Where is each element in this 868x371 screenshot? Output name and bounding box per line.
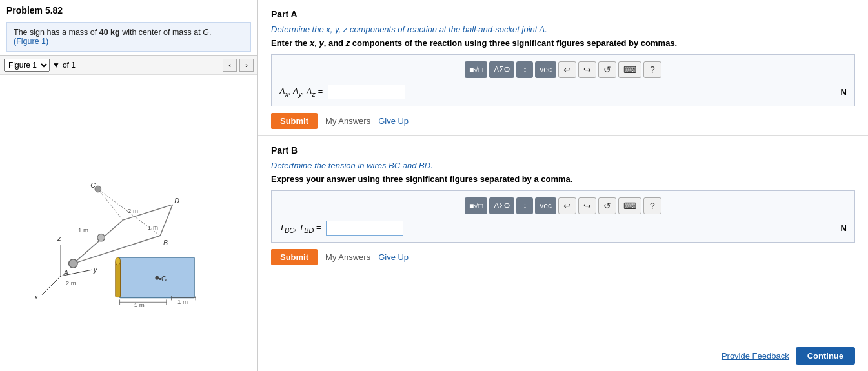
part-b-vec-btn[interactable]: vec — [535, 197, 556, 214]
part-a-question: Determine the x, y, z components of reac… — [271, 25, 855, 34]
part-b-unit: N — [841, 223, 847, 233]
part-b-my-answers: My Answers — [325, 252, 370, 262]
problem-info-box: The sign has a mass of 40 kg with center… — [6, 22, 251, 52]
part-a-sigma-btn[interactable]: ΑΣΦ — [489, 61, 514, 78]
part-a-updown-btn[interactable]: ↕ — [516, 61, 533, 78]
part-a-sqrt-btn[interactable]: ■√□ — [465, 61, 487, 78]
right-panel: Part A Determine the x, y, z components … — [258, 0, 868, 371]
part-a-help-btn[interactable]: ? — [643, 61, 661, 78]
svg-point-35 — [115, 257, 120, 265]
figure-toolbar: Figure 1 ▼ of 1 ‹ › — [0, 56, 257, 75]
svg-line-0 — [42, 276, 61, 294]
svg-text:•G: •G — [159, 274, 167, 282]
part-a-eq-label: Ax, Ay, Az = — [279, 86, 323, 98]
svg-text:B: B — [163, 238, 167, 246]
figure-diagram: x z y D — [19, 139, 239, 307]
part-b-submit-row: Submit My Answers Give Up — [271, 249, 855, 265]
part-b-label: Part B — [271, 145, 855, 155]
part-b-keyboard-btn[interactable]: ⌨ — [618, 197, 641, 214]
svg-text:A: A — [63, 268, 68, 276]
svg-line-9 — [160, 205, 172, 236]
problem-info-text: The sign has a mass of 40 kg with center… — [14, 28, 211, 37]
part-a-answer-box: ■√□ ΑΣΦ ↕ vec ↩ ↪ ↺ ⌨ ? Ax, Ay, Az = N — [271, 54, 855, 106]
part-a-submit-row: Submit My Answers Give Up — [271, 113, 855, 129]
svg-point-33 — [97, 234, 105, 241]
footer: Provide Feedback Continue — [258, 341, 868, 371]
part-a-submit-btn[interactable]: Submit — [271, 113, 318, 129]
svg-text:1 m: 1 m — [147, 223, 157, 230]
part-a-redo-btn[interactable]: ↪ — [578, 61, 596, 78]
part-a-label: Part A — [271, 9, 855, 19]
part-a-input-row: Ax, Ay, Az = N — [279, 85, 847, 99]
part-b-give-up[interactable]: Give Up — [378, 252, 409, 262]
part-b-sigma-btn[interactable]: ΑΣΦ — [489, 197, 514, 214]
part-b-refresh-btn[interactable]: ↺ — [598, 197, 616, 214]
figure-content: x z y D — [0, 75, 257, 371]
svg-text:2 m: 2 m — [65, 279, 76, 286]
part-b-instruction: Express your answer using three signific… — [271, 174, 855, 184]
continue-btn[interactable]: Continue — [796, 347, 855, 365]
figure-link[interactable]: (Figure 1) — [14, 37, 48, 46]
svg-text:C: C — [90, 181, 96, 189]
part-b-submit-btn[interactable]: Submit — [271, 249, 318, 265]
svg-rect-34 — [115, 261, 120, 297]
part-a-input[interactable] — [328, 85, 405, 99]
svg-text:z: z — [57, 234, 61, 241]
part-b-help-btn[interactable]: ? — [643, 197, 661, 214]
part-b-toolbar: ■√□ ΑΣΦ ↕ vec ↩ ↪ ↺ ⌨ ? — [279, 197, 847, 214]
part-b-answer-box: ■√□ ΑΣΦ ↕ vec ↩ ↪ ↺ ⌨ ? TBC, TBD = N — [271, 190, 855, 243]
figure-of-text: of 1 — [63, 61, 76, 70]
part-b-redo-btn[interactable]: ↪ — [578, 197, 596, 214]
part-a-toolbar: ■√□ ΑΣΦ ↕ vec ↩ ↪ ↺ ⌨ ? — [279, 61, 847, 78]
part-a-my-answers: My Answers — [325, 116, 370, 126]
svg-text:1 m: 1 m — [134, 301, 144, 307]
svg-text:D: D — [174, 197, 179, 205]
svg-text:x: x — [34, 293, 38, 301]
part-b-updown-btn[interactable]: ↕ — [516, 197, 533, 214]
figure-next-btn[interactable]: › — [239, 59, 254, 72]
svg-text:y: y — [93, 266, 97, 274]
figure-prev-btn[interactable]: ‹ — [223, 59, 237, 72]
svg-text:1 m: 1 m — [78, 226, 88, 234]
figure-panel: Figure 1 ▼ of 1 ‹ › x z y — [0, 55, 257, 371]
part-b-sqrt-btn[interactable]: ■√□ — [465, 197, 487, 214]
part-a-undo-btn[interactable]: ↩ — [558, 61, 576, 78]
part-a-instruction: Enter the x, y, and z components of the … — [271, 38, 855, 48]
left-panel: Problem 5.82 The sign has a mass of 40 k… — [0, 0, 258, 371]
provide-feedback-link[interactable]: Provide Feedback — [722, 351, 789, 361]
figure-select[interactable]: Figure 1 — [4, 59, 50, 72]
part-b-undo-btn[interactable]: ↩ — [558, 197, 576, 214]
part-b-input-row: TBC, TBD = N — [279, 221, 847, 236]
part-a-give-up[interactable]: Give Up — [378, 116, 409, 126]
part-a-refresh-btn[interactable]: ↺ — [598, 61, 616, 78]
part-b-section: Part B Detertmine the tension in wires B… — [258, 136, 868, 272]
svg-point-15 — [68, 259, 77, 267]
part-a-keyboard-btn[interactable]: ⌨ — [618, 61, 641, 78]
svg-text:2 m: 2 m — [128, 206, 138, 214]
part-b-input[interactable] — [326, 221, 403, 236]
part-b-eq-label: TBC, TBD = — [279, 223, 321, 234]
part-a-section: Part A Determine the x, y, z components … — [258, 0, 868, 136]
part-b-question: Detertmine the tension in wires BC and B… — [271, 161, 855, 170]
svg-text:1 m: 1 m — [177, 298, 188, 305]
svg-point-12 — [95, 186, 101, 192]
part-a-unit: N — [841, 87, 847, 97]
figure-of-label: ▼ — [52, 61, 60, 70]
problem-title: Problem 5.82 — [0, 0, 257, 18]
part-a-vec-btn[interactable]: vec — [535, 61, 556, 78]
